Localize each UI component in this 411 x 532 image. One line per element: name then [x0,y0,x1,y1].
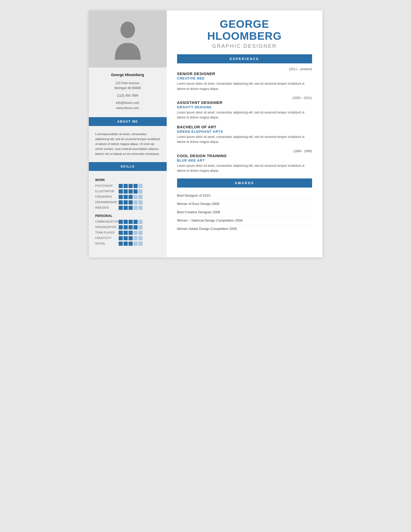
awards-list: Best Designer of 2010Winner of Euro Desi… [177,191,312,233]
skill-bar [138,242,143,246]
resume-container: George Hloomberg 123 Park Avenue, Michig… [89,10,322,257]
skill-row: TEAM PLAYER [95,231,160,235]
skill-bar [119,189,123,194]
skill-bar [124,225,128,229]
skill-bar [119,184,123,188]
award-item: Winner Adobe Design Competition 2005 [177,225,312,233]
experience-entry: (2005 – 2011)ASSISTANT DESIGNERGRAVITY D… [177,96,312,120]
skill-bar [138,206,143,210]
experience-list: (2011 – present)SENIOR DESIGNERCREATIVE … [177,67,312,173]
skill-bars [119,220,143,224]
skill-bar [129,189,133,194]
experience-date: (1988 - 1989) [177,149,312,153]
skill-bar [124,200,128,204]
skill-bar [138,225,143,229]
experience-company: CREATIVE BEE [177,76,312,80]
award-item: Best Designer of 2010 [177,191,312,200]
skill-label: PHOTOSHOP [95,184,119,187]
work-category-title: WORK [95,178,160,182]
about-me-text: Loremipsumdolor sit amet, consectetur ad… [89,129,167,159]
skill-label: TEAM PLAYER [95,231,119,234]
skill-row: ORGANIZATION [95,225,160,229]
skill-bars [119,242,143,246]
personal-skills-list: COMMUNICATIONORGANIZATIONTEAM PLAYERCREA… [95,220,160,246]
skill-row: FIREWORKS [95,195,160,199]
experience-date: (2011 – present) [177,67,312,71]
skill-row: COMMUNICATION [95,220,160,224]
skill-label: FIREWORKS [95,195,119,198]
award-item: Winner – National Design Competition 200… [177,216,312,225]
svg-point-0 [120,22,135,38]
experience-desc: Lorem ipsum dolor sit amet, consectetur … [177,163,312,173]
skill-bar [129,200,133,204]
name-section: GEORGE HLOOMBERG GRAPHIC DESIGNER [177,18,312,49]
skill-bar [133,236,138,240]
skill-bars [119,189,143,194]
contact-section: George Hloomberg 123 Park Avenue, Michig… [89,68,167,115]
skill-bars [119,225,143,229]
skill-bar [138,220,143,224]
skill-bars [119,231,143,235]
skill-bar [119,236,123,240]
skill-label: SOCIAL [95,242,119,245]
contact-email: info@hloom.com www.hloom.com [95,101,160,110]
experience-desc: Lorem ipsum dolor sit amet, consectetur … [177,135,312,144]
personal-category-title: PERSONAL [95,214,160,218]
profile-silhouette [112,18,143,60]
skill-bar [133,195,138,199]
award-item: Best Creative Designer 2008 [177,208,312,216]
skill-bar [138,189,143,194]
skill-row: SOCIAL [95,242,160,246]
skill-row: INDESIGN [95,206,160,210]
skill-bar [133,225,138,229]
left-column: George Hloomberg 123 Park Avenue, Michig… [89,10,167,257]
skill-bar [138,200,143,204]
skill-bar [138,236,143,240]
experience-company: GRAVITY DESIGNS [177,105,312,109]
skill-bar [133,206,138,210]
experience-date: (2005 – 2011) [177,96,312,100]
skill-label: INDESIGN [95,206,119,209]
experience-entry: BACHELOR OF ARTGREEN ELEPHANT ARTSLorem … [177,125,312,144]
skill-bar [133,200,138,204]
skill-bar [124,242,128,246]
skill-bar [133,231,138,235]
skill-bar [133,220,138,224]
skill-bar [124,206,128,210]
experience-title: ASSISTANT DESIGNER [177,100,312,105]
skill-bars [119,195,143,199]
skill-bar [138,231,143,235]
skill-bar [129,206,133,210]
experience-title: COOL DESIGN TRAINING [177,154,312,158]
skill-bar [129,184,133,188]
skill-bar [129,220,133,224]
contact-phone: (123) 456 7899 [95,94,160,97]
full-name: GEORGE HLOOMBERG [177,18,312,42]
skill-label: ORGANIZATION [95,226,119,229]
skill-bar [119,231,123,235]
experience-title: SENIOR DESIGNER [177,71,312,76]
skill-bar [124,220,128,224]
skill-bars [119,236,143,240]
skill-bar [119,200,123,204]
award-item: Winner of Euro Design 2009 [177,200,312,208]
skill-bar [138,195,143,199]
skill-bars [119,184,143,188]
skill-bar [133,242,138,246]
job-title: GRAPHIC DESIGNER [177,43,312,49]
right-column: GEORGE HLOOMBERG GRAPHIC DESIGNER EXPERI… [167,10,322,257]
photo-area [89,10,167,68]
experience-title: BACHELOR OF ART [177,125,312,129]
skill-bar [129,236,133,240]
skill-row: CREATIVITY [95,236,160,240]
skill-bar [124,184,128,188]
skill-label: COMMUNICATION [95,220,119,223]
skill-label: CREATIVITY [95,237,119,240]
contact-name: George Hloomberg [95,73,160,77]
skill-bar [119,195,123,199]
skills-header: SKILLS [89,162,167,171]
skill-bar [129,195,133,199]
skill-bar [133,184,138,188]
skill-bar [133,189,138,194]
experience-entry: (2011 – present)SENIOR DESIGNERCREATIVE … [177,67,312,91]
